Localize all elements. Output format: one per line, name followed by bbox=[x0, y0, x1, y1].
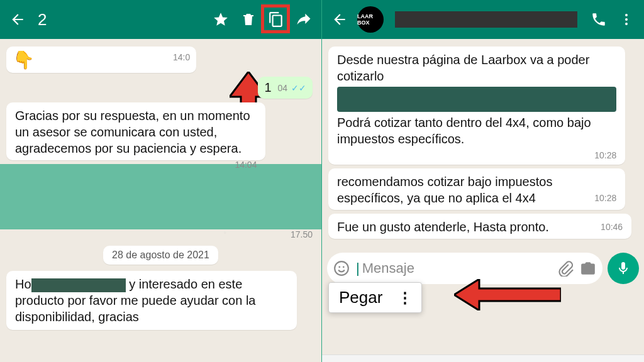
call-icon[interactable] bbox=[586, 7, 611, 32]
message-time: 10:28 bbox=[594, 192, 616, 204]
mic-button[interactable] bbox=[608, 253, 639, 284]
more-options-icon[interactable]: ⋮ bbox=[397, 295, 411, 301]
delete-icon[interactable] bbox=[236, 7, 261, 32]
more-icon[interactable] bbox=[614, 7, 639, 32]
context-menu: Pegar ⋮ bbox=[328, 282, 422, 313]
message-in[interactable]: 👇 14:0 bbox=[6, 47, 196, 73]
redacted-segment bbox=[337, 87, 616, 112]
selection-header: 2 bbox=[0, 0, 321, 39]
message-time: 04 ✓✓ bbox=[278, 83, 306, 93]
attach-icon[interactable] bbox=[557, 260, 574, 277]
message-text: Podrá cotizar tanto dentro del 4x4, como… bbox=[337, 114, 616, 147]
emoji-icon: 👇 bbox=[13, 50, 35, 70]
message-time: 10:46 bbox=[601, 221, 623, 233]
date-separator: 28 de agosto de 2021 bbox=[103, 246, 218, 265]
camera-icon[interactable] bbox=[580, 260, 596, 277]
message-text: 1 bbox=[264, 80, 271, 94]
message-text: Desde nuestra página de Laarbox va a pod… bbox=[337, 52, 616, 84]
message-in[interactable]: Ho y interesado en este producto por fav… bbox=[6, 271, 297, 330]
back-icon[interactable] bbox=[5, 7, 30, 32]
message-in[interactable]: recomendamos cotizar bajo impuestos espe… bbox=[328, 168, 625, 210]
redacted-segment bbox=[31, 278, 126, 292]
svg-point-2 bbox=[625, 18, 628, 21]
message-text: Gracias por su respuesta, en un momento … bbox=[15, 109, 250, 155]
forward-icon[interactable] bbox=[291, 7, 316, 32]
chat-area-left: 👇 14:0 1 04 ✓✓ Gracias por su respuesta,… bbox=[0, 39, 321, 362]
emoji-icon[interactable] bbox=[333, 260, 350, 277]
message-time: 14:0 bbox=[173, 52, 190, 63]
svg-point-3 bbox=[625, 23, 628, 25]
copy-icon[interactable] bbox=[264, 7, 289, 32]
message-time: 14:04 bbox=[235, 159, 257, 170]
message-time: 10:28 bbox=[594, 150, 616, 161]
paste-option[interactable]: Pegar bbox=[339, 288, 382, 307]
svg-point-7 bbox=[343, 266, 345, 268]
chat-header: LAAR BOX bbox=[322, 0, 644, 39]
message-input[interactable]: | Mensaje bbox=[327, 253, 602, 284]
selection-count: 2 bbox=[38, 10, 206, 30]
svg-point-1 bbox=[625, 14, 628, 16]
message-in[interactable]: Desde nuestra página de Laarbox va a pod… bbox=[328, 47, 625, 165]
message-text: recomendamos cotizar bajo impuestos espe… bbox=[337, 175, 552, 205]
selected-message-highlight[interactable] bbox=[0, 164, 321, 229]
star-icon[interactable] bbox=[208, 7, 233, 32]
chat-area-right: Desde nuestra página de Laarbox va a pod… bbox=[322, 39, 644, 354]
placeholder: Mensaje bbox=[362, 260, 551, 277]
avatar[interactable]: LAAR BOX bbox=[357, 6, 384, 33]
message-in[interactable]: Fue un gusto atenderle, Hasta pronto. 10… bbox=[328, 214, 631, 239]
svg-point-6 bbox=[338, 266, 340, 268]
contact-name-redacted bbox=[395, 11, 577, 28]
message-text-pre: Ho bbox=[15, 277, 31, 291]
message-in[interactable]: Gracias por su respuesta, en un momento … bbox=[6, 102, 265, 160]
svg-point-5 bbox=[335, 261, 348, 275]
back-icon[interactable] bbox=[327, 7, 352, 32]
message-text: Fue un gusto atenderle, Hasta pronto. bbox=[337, 220, 549, 234]
message-out[interactable]: 1 04 ✓✓ bbox=[258, 77, 313, 99]
keyboard-strip bbox=[322, 354, 644, 362]
